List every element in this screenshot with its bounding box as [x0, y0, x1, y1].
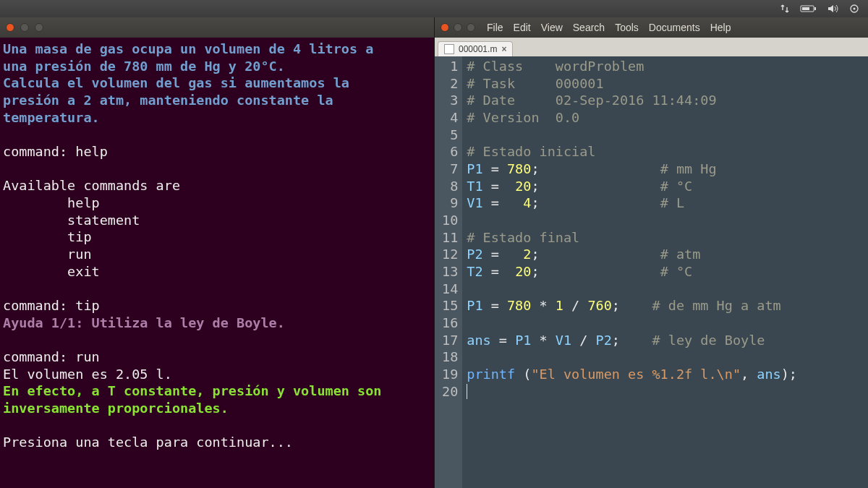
editor-tab-bar: 000001.m ×: [435, 38, 868, 56]
menu-file[interactable]: File: [487, 22, 503, 33]
close-icon[interactable]: [6, 23, 14, 32]
prompt-line: command: help: [3, 144, 108, 159]
file-icon: [444, 44, 454, 54]
continue-prompt: Presiona una tecla para continuar...: [3, 435, 293, 450]
code-line: # Date 02-Sep-2016 11:44:09: [467, 93, 716, 108]
battery-icon[interactable]: [800, 4, 817, 13]
available-commands-header: Available commands are: [3, 178, 180, 193]
network-icon[interactable]: [780, 4, 790, 14]
menu-tools[interactable]: Tools: [615, 22, 639, 33]
problem-text: Una masa de gas ocupa un volumen de 4 li…: [3, 41, 373, 56]
problem-text: temperatura.: [3, 110, 100, 125]
editor-window: File Edit View Search Tools Documents He…: [434, 17, 868, 488]
problem-text: una presión de 780 mm de Hg y 20°C.: [3, 59, 285, 74]
run-output: El volumen es 2.05 l.: [3, 367, 172, 382]
svg-point-4: [854, 8, 856, 10]
command-option: exit: [3, 264, 100, 279]
command-option: help: [3, 195, 100, 210]
editor-menubar: File Edit View Search Tools Documents He…: [487, 22, 731, 33]
svg-rect-1: [814, 7, 816, 10]
line-number-gutter: 1 2 3 4 5 6 7 8 9 10 11 12 13 14 15 16 1…: [435, 56, 462, 488]
command-option: run: [3, 247, 92, 262]
sound-icon[interactable]: [827, 4, 839, 14]
menu-view[interactable]: View: [541, 22, 563, 33]
code-line: P1 = 780; # mm Hg: [467, 161, 716, 176]
editor-body[interactable]: 1 2 3 4 5 6 7 8 9 10 11 12 13 14 15 16 1…: [435, 56, 868, 488]
terminal-body[interactable]: Una masa de gas ocupa un volumen de 4 li…: [0, 38, 434, 488]
prompt-line: command: tip: [3, 298, 100, 313]
terminal-window: Una masa de gas ocupa un volumen de 4 li…: [0, 17, 434, 488]
minimize-icon[interactable]: [454, 23, 462, 32]
code-line: # Version 0.0: [467, 110, 579, 125]
command-option: statement: [3, 213, 140, 228]
editor-titlebar[interactable]: File Edit View Search Tools Documents He…: [435, 17, 868, 38]
minimize-icon[interactable]: [20, 23, 29, 32]
run-explanation: inversamente proporcionales.: [3, 401, 229, 416]
code-line: T1 = 20; # °C: [467, 179, 692, 194]
prompt-line: command: run: [3, 349, 100, 364]
code-line: T2 = 20; # °C: [467, 264, 692, 279]
code-line: ans = P1 * V1 / P2; # ley de Boyle: [467, 333, 765, 348]
menu-documents[interactable]: Documents: [649, 22, 700, 33]
problem-text: Calcula el volumen del gas si aumentamos…: [3, 75, 349, 90]
menu-edit[interactable]: Edit: [514, 22, 531, 33]
tab-close-icon[interactable]: ×: [501, 44, 506, 54]
tab-label: 000001.m: [459, 44, 497, 54]
text-cursor: [467, 384, 467, 398]
menu-search[interactable]: Search: [573, 22, 605, 33]
tip-output: Ayuda 1/1: Utiliza la ley de Boyle.: [3, 315, 285, 330]
run-explanation: En efecto, a T constante, presión y volu…: [3, 383, 381, 398]
terminal-titlebar[interactable]: [0, 17, 434, 38]
code-line: printf ("El volumen es %1.2f l.\n", ans)…: [467, 367, 797, 382]
code-line: # Estado final: [467, 230, 579, 245]
desktop-top-panel: [0, 0, 868, 17]
problem-text: presión a 2 atm, manteniendo constante l…: [3, 93, 333, 108]
maximize-icon[interactable]: [467, 23, 475, 32]
close-icon[interactable]: [441, 23, 449, 32]
code-line: # Class wordProblem: [467, 59, 644, 74]
svg-rect-2: [802, 7, 809, 10]
code-line: P2 = 2; # atm: [467, 247, 700, 262]
code-line: # Estado inicial: [467, 144, 595, 159]
menu-help[interactable]: Help: [710, 22, 731, 33]
editor-tab[interactable]: 000001.m ×: [438, 41, 513, 56]
maximize-icon[interactable]: [35, 23, 43, 32]
code-line: V1 = 4; # L: [467, 195, 684, 210]
command-option: tip: [3, 229, 92, 244]
code-area[interactable]: # Class wordProblem # Task 000001 # Date…: [462, 56, 801, 488]
gear-icon[interactable]: [849, 4, 859, 14]
windows-container: Una masa de gas ocupa un volumen de 4 li…: [0, 17, 868, 488]
code-line: # Task 000001: [467, 76, 603, 91]
code-line: P1 = 780 * 1 / 760; # de mm Hg a atm: [467, 298, 780, 313]
